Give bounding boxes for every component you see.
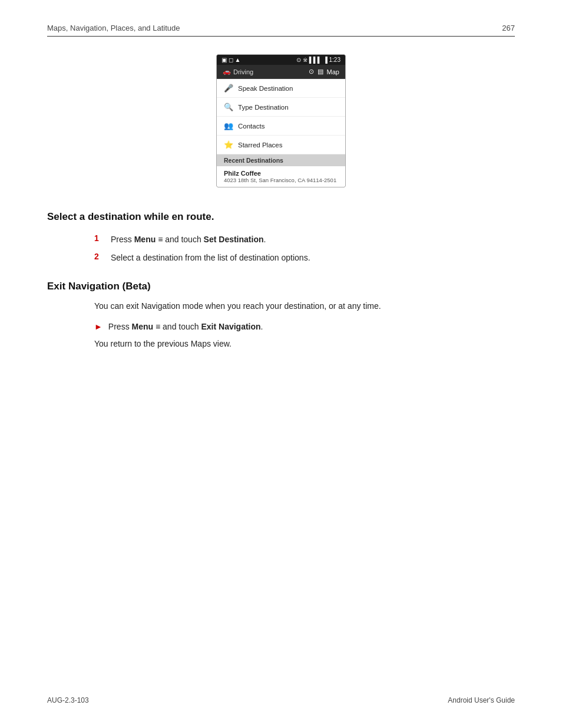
car-icon: 🚗 [223, 68, 231, 75]
section2: Exit Navigation (Beta) You can exit Navi… [47, 281, 515, 350]
footer-left: AUG-2.3-103 [47, 696, 89, 704]
star-icon: ⭐ [224, 140, 233, 149]
status-right-icons: ⊙ ※ ▌▌▌ ▐ 1:23 [296, 57, 340, 63]
header-left-text: Maps, Navigation, Places, and Latitude [47, 24, 180, 32]
driving-label: Driving [233, 68, 253, 75]
contacts-icon: 👥 [224, 121, 233, 130]
header-page-number: 267 [502, 24, 515, 32]
status-left-icons: ▣ ◻ ▲ [222, 57, 240, 63]
contacts-label: Contacts [238, 123, 265, 130]
bullet-arrow-icon: ► [94, 322, 103, 331]
page-container: Maps, Navigation, Places, and Latitude 2… [0, 0, 562, 728]
recent-item-name: Philz Coffee [224, 170, 338, 177]
footer-right: Android User's Guide [448, 696, 515, 704]
nav-icons-right: ⊙ ▤ Map [309, 68, 339, 75]
phone-menu: 🎤 Speak Destination 🔍 Type Destination 👥… [217, 79, 345, 187]
recent-destinations-header: Recent Destinations [217, 154, 345, 166]
page-footer: AUG-2.3-103 Android User's Guide [47, 696, 515, 704]
driving-option: 🚗 Driving [223, 68, 253, 75]
starred-places-label: Starred Places [238, 141, 282, 149]
menu-item-contacts: 👥 Contacts [217, 117, 345, 136]
phone-screenshot: ▣ ◻ ▲ ⊙ ※ ▌▌▌ ▐ 1:23 🚗 Driving ⊙ ▤ Map 🎤… [216, 54, 346, 187]
step-1-text: Press Menu ≡ and touch Set Destination. [111, 233, 266, 246]
menu-item-starred: ⭐ Starred Places [217, 136, 345, 154]
bullet-step: ► Press Menu ≡ and touch Exit Navigation… [94, 321, 515, 333]
search-icon: 🔍 [224, 103, 233, 111]
step-1-number: 1 [94, 233, 104, 243]
speak-destination-label: Speak Destination [238, 85, 293, 92]
recent-item-philz: Philz Coffee 4023 18th St, San Francisco… [217, 166, 345, 187]
section2-heading: Exit Navigation (Beta) [47, 281, 515, 292]
phone-nav-bar: 🚗 Driving ⊙ ▤ Map [217, 65, 345, 79]
step-2-text: Select a destination from the list of de… [111, 252, 310, 264]
section2-body: You can exit Navigation mode when you re… [94, 299, 515, 312]
steps-container: 1 Press Menu ≡ and touch Set Destination… [94, 233, 515, 264]
type-destination-label: Type Destination [238, 104, 289, 111]
map-label: Map [327, 68, 339, 75]
phone-status-bar: ▣ ◻ ▲ ⊙ ※ ▌▌▌ ▐ 1:23 [217, 55, 345, 65]
bullet-step-text: Press Menu ≡ and touch Exit Navigation. [108, 321, 263, 333]
sub-bullet-text: You return to the previous Maps view. [94, 338, 515, 350]
section1: Select a destination while en route. 1 P… [47, 211, 515, 264]
page-header: Maps, Navigation, Places, and Latitude 2… [47, 24, 515, 37]
recent-item-address: 4023 18th St, San Francisco, CA 94114-25… [224, 177, 338, 183]
section1-heading: Select a destination while en route. [47, 211, 515, 223]
step-1: 1 Press Menu ≡ and touch Set Destination… [94, 233, 515, 246]
menu-item-type: 🔍 Type Destination [217, 98, 345, 117]
step-2-number: 2 [94, 252, 104, 261]
person-icon: ⊙ [309, 68, 314, 75]
map-icon: ▤ [318, 68, 323, 75]
mic-icon: 🎤 [224, 84, 233, 93]
step-2: 2 Select a destination from the list of … [94, 252, 515, 264]
menu-item-speak: 🎤 Speak Destination [217, 79, 345, 98]
